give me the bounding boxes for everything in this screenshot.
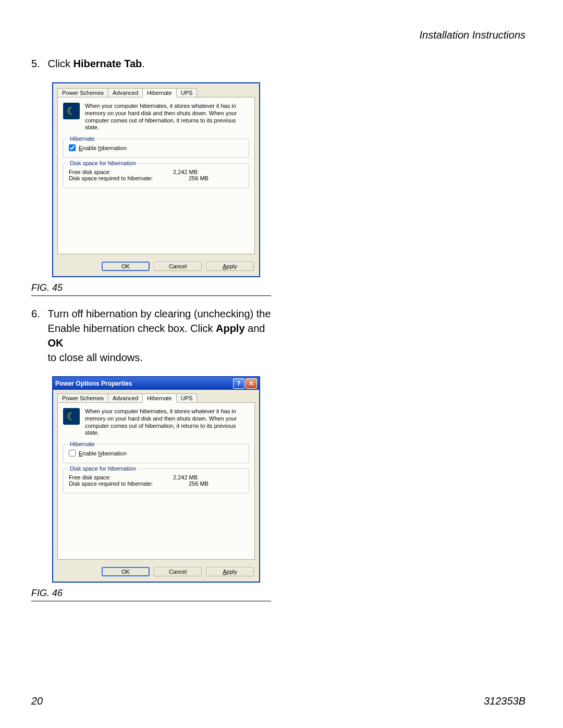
hibernate-group: Hibernate Enable hibernation	[63, 139, 249, 158]
tab-power-schemes[interactable]: Power Schemes	[57, 88, 108, 97]
step-line3: to close all windows.	[48, 352, 143, 363]
tab-row: Power Schemes Advanced Hibernate UPS	[57, 88, 255, 97]
free-disk-label: Free disk space:	[69, 169, 173, 175]
figure-caption-46: FIG. 46	[31, 588, 292, 599]
power-options-dialog-unchecked: Power Options Properties ? ✕ Power Schem…	[52, 376, 260, 583]
disk-space-group: Disk space for hibernation Free disk spa…	[63, 163, 249, 188]
step-number: 5.	[31, 56, 45, 71]
step-ok-bold: OK	[48, 337, 64, 349]
ok-button[interactable]: OK	[102, 567, 150, 576]
req-disk-value: 256 MB	[189, 175, 209, 181]
step-line2a: Enable hibernation check box. Click	[48, 323, 216, 334]
req-disk-label: Disk space required to hibernate:	[69, 175, 189, 181]
tab-ups[interactable]: UPS	[176, 88, 198, 97]
figure-rule	[31, 295, 271, 296]
enable-hibernation-checkbox[interactable]	[69, 144, 76, 151]
req-disk-label: Disk space required to hibernate:	[69, 480, 189, 487]
enable-hibernation-row: Enable hibernation	[69, 144, 243, 151]
group-label-hibernate: Hibernate	[68, 135, 97, 142]
step-text: Click	[48, 58, 74, 69]
free-disk-value: 2,242 MB	[173, 169, 198, 175]
main-content: 5. Click Hibernate Tab. Power Schemes Ad…	[31, 56, 292, 612]
apply-button[interactable]: Apply	[206, 567, 254, 576]
req-disk-row: Disk space required to hibernate: 256 MB	[69, 175, 243, 181]
description-text: When your computer hibernates, it stores…	[85, 103, 249, 131]
tab-ups[interactable]: UPS	[176, 393, 198, 403]
step-5: 5. Click Hibernate Tab.	[31, 56, 292, 71]
document-number: 312353B	[484, 695, 525, 707]
power-options-dialog-checked: Power Schemes Advanced Hibernate UPS ☾ W…	[52, 82, 260, 277]
tab-body: ☾ When your computer hibernates, it stor…	[57, 97, 255, 254]
figure-caption-45: FIG. 45	[31, 282, 292, 293]
enable-hibernation-row: Enable hibernation	[69, 450, 243, 456]
enable-hibernation-label: Enable hibernation	[79, 145, 127, 151]
req-disk-row: Disk space required to hibernate: 256 MB	[69, 480, 243, 487]
req-disk-value: 256 MB	[189, 480, 209, 487]
group-label-disk: Disk space for hibernation	[68, 465, 138, 472]
hibernate-group: Hibernate Enable hibernation	[63, 444, 249, 463]
cancel-button[interactable]: Cancel	[154, 567, 202, 576]
free-disk-row: Free disk space: 2,242 MB	[69, 474, 243, 480]
dialog-title: Power Options Properties	[55, 380, 132, 387]
dialog-button-row: OK Cancel Apply	[53, 564, 259, 582]
tab-advanced[interactable]: Advanced	[108, 393, 143, 403]
ok-button[interactable]: OK	[102, 262, 150, 271]
tab-hibernate[interactable]: Hibernate	[142, 393, 177, 403]
free-disk-row: Free disk space: 2,242 MB	[69, 169, 243, 175]
help-icon[interactable]: ?	[233, 378, 244, 389]
step-line1: Turn off hibernation by clearing (unchec…	[48, 308, 271, 319]
description-text: When your computer hibernates, it stores…	[85, 408, 249, 437]
cancel-button[interactable]: Cancel	[154, 262, 202, 271]
disk-space-group: Disk space for hibernation Free disk spa…	[63, 468, 249, 493]
page-number: 20	[31, 695, 43, 707]
step-apply-bold: Apply	[216, 323, 245, 334]
step-bold: Hibernate Tab	[73, 58, 142, 69]
step-body: Turn off hibernation by clearing (unchec…	[48, 306, 277, 365]
group-label-hibernate: Hibernate	[68, 441, 97, 447]
step-body: Click Hibernate Tab.	[48, 56, 277, 71]
step-number: 6.	[31, 306, 45, 321]
free-disk-label: Free disk space:	[69, 474, 173, 480]
dialog-button-row: OK Cancel Apply	[53, 258, 259, 276]
description-row: ☾ When your computer hibernates, it stor…	[63, 408, 249, 437]
dialog-titlebar: Power Options Properties ? ✕	[53, 377, 259, 390]
figure-rule	[31, 601, 271, 601]
tab-hibernate[interactable]: Hibernate	[142, 88, 177, 97]
step-6: 6. Turn off hibernation by clearing (unc…	[31, 306, 292, 365]
tab-row: Power Schemes Advanced Hibernate UPS	[57, 393, 255, 402]
titlebar-buttons: ? ✕	[233, 378, 257, 389]
enable-hibernation-label: Enable hibernation	[79, 450, 127, 456]
free-disk-value: 2,242 MB	[173, 474, 198, 480]
apply-button[interactable]: Apply	[206, 262, 254, 271]
group-label-disk: Disk space for hibernation	[68, 160, 138, 166]
page-section-header: Installation Instructions	[420, 29, 525, 41]
page-footer: 20 312353B	[31, 695, 525, 707]
tab-body: ☾ When your computer hibernates, it stor…	[57, 402, 255, 560]
tab-power-schemes[interactable]: Power Schemes	[57, 393, 108, 403]
enable-hibernation-checkbox[interactable]	[69, 450, 76, 456]
step-and: and	[245, 323, 265, 334]
step-suffix: .	[142, 58, 145, 69]
standby-icon: ☾	[63, 103, 80, 119]
close-icon[interactable]: ✕	[246, 378, 257, 389]
tab-advanced[interactable]: Advanced	[108, 88, 143, 97]
description-row: ☾ When your computer hibernates, it stor…	[63, 103, 249, 131]
standby-icon: ☾	[63, 408, 80, 425]
